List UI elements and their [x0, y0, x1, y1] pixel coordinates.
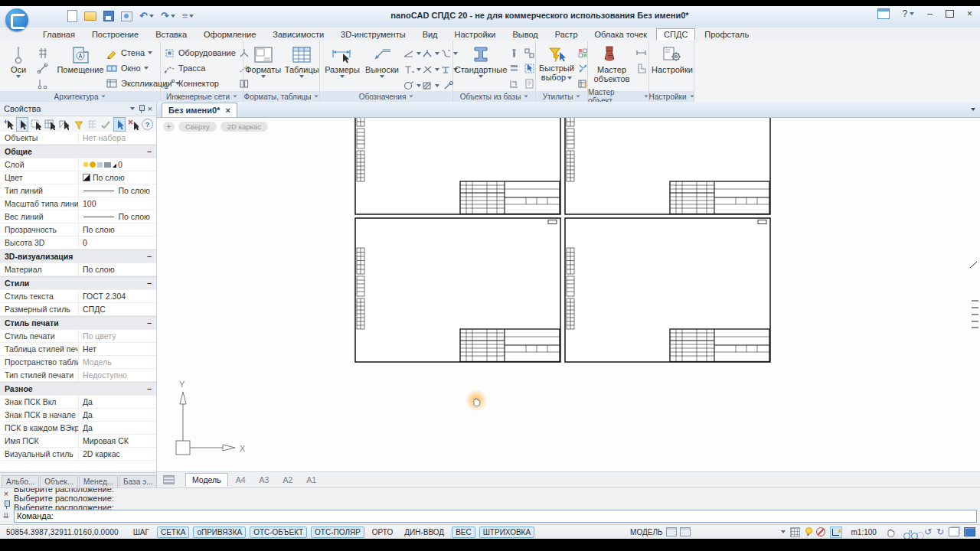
axes-chain-button[interactable]	[35, 62, 49, 75]
section-mark-button[interactable]	[421, 61, 439, 77]
quick-select-button[interactable]: Быстрый выбор	[539, 44, 574, 83]
menu-tab[interactable]: Профсталь	[697, 28, 756, 41]
isolate-objects-icon[interactable]	[805, 527, 812, 536]
view-direction-pill[interactable]: Сверху	[178, 122, 217, 132]
open-button[interactable]	[84, 9, 96, 23]
formats-button[interactable]: Форматы	[247, 44, 279, 80]
panel-menu-icon[interactable]	[130, 107, 135, 110]
command-history[interactable]: Выберите расположение:Выберите расположе…	[12, 488, 980, 525]
visual-style-pill[interactable]: 2D каркас	[220, 122, 268, 132]
expand-history-icon[interactable]: ⇊	[3, 511, 9, 520]
property-row[interactable]: Стиль текста ГОСТ 2.304	[0, 290, 156, 303]
menu-tab[interactable]: Главная	[35, 28, 83, 41]
group-label-settings[interactable]: Настройки	[649, 91, 694, 102]
tab-list-icon[interactable]	[971, 108, 975, 111]
viewport-plus-button[interactable]: +	[163, 122, 175, 132]
menu-tab[interactable]: СПДС	[656, 28, 695, 41]
minimize-button[interactable]: –	[927, 8, 933, 19]
connector-button[interactable]: Коннектор	[164, 77, 236, 90]
zoom-tool-button[interactable]	[901, 530, 904, 533]
status-toggle[interactable]: ШАГ	[129, 527, 153, 538]
palette-tab[interactable]: Альбо...	[2, 475, 39, 487]
status-toggle[interactable]: ОТС-ПОЛЯР	[311, 527, 364, 538]
palette-tab[interactable]: База э...	[119, 475, 157, 487]
customize-qat-button[interactable]: ≡	[182, 9, 194, 23]
property-row[interactable]: Масштаб типа линий 100	[0, 197, 156, 210]
drawing-canvas[interactable]: + Сверху 2D каркас	[157, 118, 980, 471]
redo-button[interactable]: ↷	[161, 9, 175, 23]
route-button[interactable]: Трасса	[164, 61, 236, 75]
property-row[interactable]: Материал По слою	[0, 263, 156, 276]
close-panel-icon[interactable]: ×	[148, 105, 152, 113]
sheet-set-icon[interactable]	[949, 527, 959, 536]
property-row[interactable]: Размерный стиль СПДС	[0, 303, 156, 316]
menu-tab[interactable]: Облака точек	[587, 28, 655, 41]
equipment-button[interactable]: Оборудование	[164, 46, 236, 60]
close-button[interactable]: ×	[967, 8, 972, 19]
ucs-off-icon[interactable]	[816, 527, 825, 536]
menu-tab[interactable]: Вид	[415, 28, 446, 41]
undo-button[interactable]: ↶	[139, 9, 154, 23]
menu-tab[interactable]: Построение	[84, 28, 146, 41]
plot-preview-button[interactable]	[121, 9, 132, 23]
viewport-list-icon[interactable]	[680, 527, 691, 536]
sheet-tab[interactable]: A4	[230, 474, 252, 486]
property-row[interactable]: Стиль печати −	[0, 316, 156, 330]
master-shape-button[interactable]	[634, 62, 648, 75]
quick-filter-button[interactable]	[71, 117, 83, 132]
sheet-tab[interactable]: A2	[276, 474, 299, 486]
property-row[interactable]: ПСК в каждом ВЭкране Да	[0, 422, 156, 435]
select-button[interactable]	[16, 117, 28, 132]
property-row[interactable]: 3D-визуализация −	[0, 249, 156, 263]
property-row[interactable]: Разное −	[0, 382, 156, 396]
menu-tab[interactable]: Вставка	[148, 28, 194, 41]
select-append-button[interactable]	[2, 117, 15, 132]
redo-dropdown-icon[interactable]	[171, 15, 175, 18]
group-label-utilities[interactable]: Утилиты	[536, 91, 587, 102]
menu-tab[interactable]: Оформление	[196, 28, 263, 41]
dynamic-ucs-icon[interactable]	[830, 527, 842, 538]
palette-tab[interactable]: Менед...	[79, 475, 118, 487]
fastener-button[interactable]	[507, 62, 521, 75]
annotation-scale[interactable]: m1:100	[851, 528, 877, 536]
property-row[interactable]: Пространство таблиц... Модель	[0, 356, 156, 369]
property-row[interactable]: Знак ПСК Вкл Да	[0, 396, 156, 409]
property-row[interactable]: Цвет По слою	[0, 171, 156, 184]
viewport-config-icon[interactable]	[666, 527, 677, 536]
property-row[interactable]: Прозрачность По слою	[0, 223, 156, 236]
db-document-button[interactable]	[522, 77, 536, 90]
status-toggle[interactable]: СЕТКА	[157, 527, 190, 538]
group-label-annotations[interactable]: Обозначения	[320, 91, 452, 102]
property-row[interactable]: Объекты Нет набора	[0, 132, 156, 145]
status-toggle[interactable]: ВЕС	[452, 527, 475, 538]
property-row[interactable]: Высота 3D 0	[0, 236, 156, 249]
app-logo-icon[interactable]	[5, 8, 28, 31]
status-dropdown-icon[interactable]	[781, 530, 786, 533]
db-select-button[interactable]	[522, 62, 536, 75]
status-toggle[interactable]: ОТС-ОБЪЕКТ	[250, 527, 307, 538]
menu-tab[interactable]: Растр	[547, 28, 586, 41]
clamp-button[interactable]	[507, 77, 521, 90]
menu-tab[interactable]: Настройки	[447, 28, 504, 41]
property-row[interactable]: Стили −	[0, 276, 156, 290]
menu-tab[interactable]: Вывод	[505, 28, 545, 41]
master-dim-button[interactable]	[634, 47, 648, 60]
palette-tab[interactable]: Объек...	[40, 475, 78, 487]
dimensions-button[interactable]: Размеры	[323, 44, 361, 80]
property-row[interactable]: Тип линий По слою	[0, 184, 156, 197]
select-window-button[interactable]	[30, 117, 42, 132]
group-label-object-master[interactable]: Мастер объект...	[588, 91, 648, 102]
clean-screen-icon[interactable]	[964, 527, 975, 536]
regen-icon[interactable]: ↻	[936, 527, 944, 536]
grid-filter-button[interactable]	[86, 117, 98, 132]
axes-grid-button[interactable]	[35, 47, 49, 60]
axis-marker-button[interactable]	[35, 77, 49, 90]
property-row[interactable]: Слой 0	[0, 158, 156, 171]
new-document-button[interactable]	[67, 9, 77, 23]
help-button[interactable]: ?	[903, 8, 915, 19]
property-row[interactable]: Имя ПСК Мировая СК	[0, 435, 156, 448]
close-cmd-icon[interactable]: ×	[4, 490, 8, 498]
document-tab[interactable]: Без имени0* ×	[162, 103, 237, 117]
zoom-extents-button[interactable]	[916, 530, 920, 533]
maximize-button[interactable]	[946, 10, 954, 18]
